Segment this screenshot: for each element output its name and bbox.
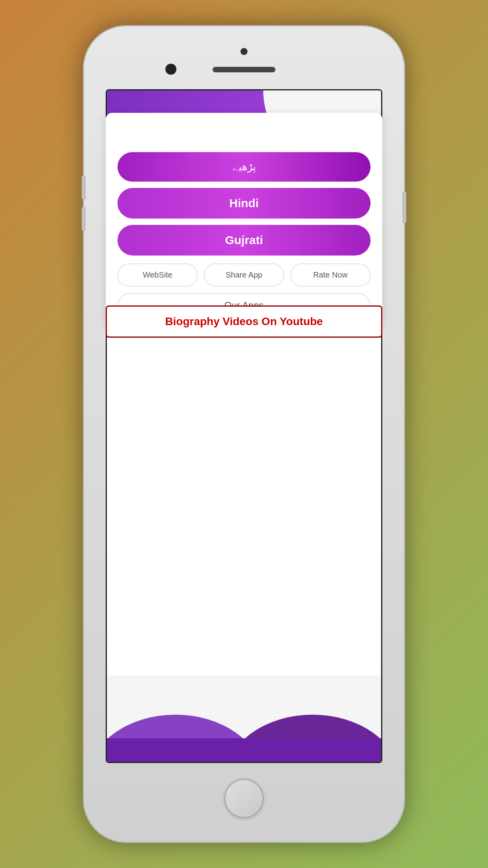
gujrati-button[interactable]: Gujrati — [117, 225, 371, 256]
front-camera — [165, 64, 176, 75]
home-button[interactable] — [224, 779, 264, 818]
svg-rect-3 — [107, 738, 381, 762]
power-button[interactable] — [402, 191, 406, 223]
biography-videos-button[interactable]: Biography Videos On Youtube — [106, 305, 382, 338]
action-buttons-row: WebSite Share App Rate Now — [117, 263, 371, 287]
bottom-wave-area — [107, 675, 381, 762]
bottom-wave-svg — [107, 675, 381, 762]
phone-frame: مفتی احمدیار خان نعیمی علیہ رحمۃ اسلامی … — [83, 25, 405, 843]
rate-now-button[interactable]: Rate Now — [290, 263, 371, 287]
volume-down-button[interactable] — [82, 207, 86, 231]
read-urdu-button[interactable]: پڑھیے — [117, 152, 371, 182]
hindi-button[interactable]: Hindi — [117, 188, 371, 219]
camera-dot — [240, 48, 248, 55]
speaker-grill — [213, 67, 275, 72]
main-card: پڑھیے Hindi Gujrati WebSite Share App Ra… — [106, 113, 382, 326]
volume-up-button[interactable] — [82, 176, 86, 199]
share-app-button[interactable]: Share App — [204, 263, 284, 287]
website-button[interactable]: WebSite — [117, 263, 198, 287]
